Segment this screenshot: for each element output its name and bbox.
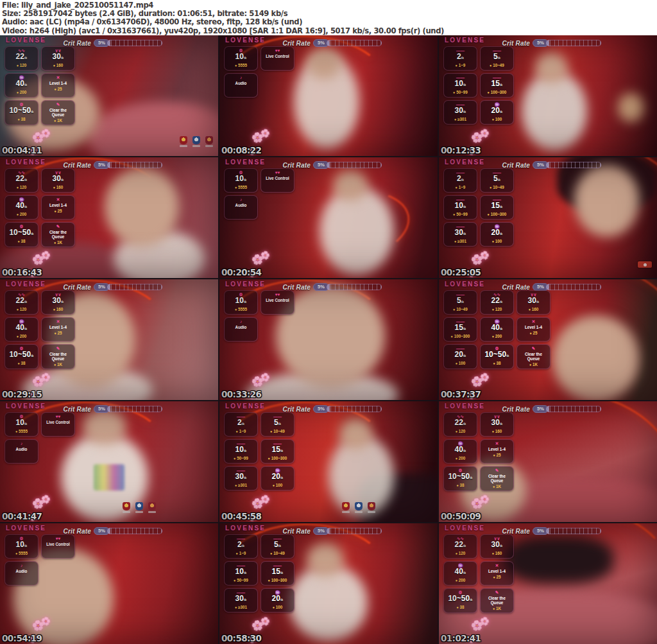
face-shape [307, 48, 341, 79]
tip-count: ● 1~9 [456, 185, 466, 190]
tip-menu-panel: ――2tk● 1~9――5tk● 10~49――10tk● 50~99――15t… [443, 168, 514, 247]
tip-menu-cell: ✎Clear the Queue● 1K [480, 466, 514, 491]
tip-menu-cell: ✎Clear the Queue● 1K [516, 344, 550, 369]
tip-action-label: Level 1-4 [488, 569, 506, 573]
tip-count: ● 5555 [235, 185, 247, 190]
crit-rate-label: Crit Rate [502, 40, 530, 47]
tip-count: ● 25 [54, 87, 62, 92]
figure-shape [522, 71, 587, 151]
token-unit: tk [24, 327, 27, 331]
token-unit: tk [61, 300, 64, 304]
token-unit: tk [244, 300, 246, 304]
face-shape [552, 315, 640, 400]
video-thumbnail: LOVENSE Crit Rate 5% ∿∿22tk● 120∨∨30tk● … [0, 157, 218, 278]
timestamp-label: 00:04:11 [2, 145, 42, 155]
tip-action-label: Level 1-4 [525, 325, 542, 329]
tip-count: ● 160 [492, 429, 502, 434]
tip-menu-cell: ♥♥Live Control [41, 412, 75, 437]
tip-amount: 30tk [455, 229, 466, 238]
tip-action-label: Audio [235, 325, 247, 329]
tip-menu-cell: ∨∨30tk● 160 [480, 534, 514, 559]
tip-amount: 22tk [455, 419, 466, 428]
token-unit: tk [24, 56, 27, 60]
tip-action-label: Level 1-4 [488, 447, 506, 451]
tip-amount: 10~50tk [9, 107, 33, 116]
tip-count: ● 25 [493, 575, 500, 580]
tip-menu-cell: ――5tk● 10~49 [480, 46, 514, 71]
token-unit: tk [500, 327, 502, 331]
rank-badge-icon [135, 502, 143, 514]
tip-menu-cell: ✎Clear the Queue● 1K [480, 588, 514, 613]
tip-menu-cell: ♥♥Live Control [260, 168, 294, 193]
timestamp-label: 00:16:43 [2, 267, 42, 277]
tip-cell-icon: ♥♥ [56, 536, 61, 541]
tip-amount: 20tk [491, 107, 503, 116]
tip-count: ● 120 [17, 307, 27, 312]
crit-rate-widget: Crit Rate 5% [283, 527, 382, 535]
crit-rate-progress-bar [546, 528, 601, 534]
tip-amount: 10~50tk [484, 351, 509, 360]
tip-amount: 10tk [235, 446, 247, 455]
face-shape [339, 418, 372, 449]
tip-menu-cell: ⚙10tk● 5555 [4, 412, 38, 437]
crit-rate-label: Crit Rate [64, 284, 91, 291]
tip-menu-panel: ∿∿22tk● 120∨∨30tk● 160♒40tk● 200✕Level 1… [4, 290, 75, 369]
crit-rate-label: Crit Rate [502, 284, 530, 291]
tip-menu-cell: ⚙10~50tk● 38 [4, 100, 38, 125]
tip-count: ● 120 [456, 551, 466, 556]
tip-count: ● 120 [492, 307, 502, 312]
token-unit: tk [31, 110, 33, 114]
tip-amount: 10tk [235, 53, 247, 62]
tip-menu-cell: ∿∿22tk● 120 [4, 290, 38, 315]
tip-amount: 10~50tk [448, 595, 472, 604]
token-unit: tk [244, 476, 246, 480]
tip-menu-cell: ∿∿22tk● 120 [480, 290, 514, 315]
token-unit: tk [500, 300, 502, 304]
tip-action-label: Level 1-4 [49, 325, 67, 329]
tip-menu-cell: ――15tk● 100~300 [443, 317, 477, 342]
token-unit: tk [31, 354, 33, 358]
face-shape [535, 52, 568, 83]
crit-rate-widget: Crit Rate 5% [502, 39, 601, 47]
thumbnail-grid: LOVENSE Crit Rate 5% ∿∿22tk● 120∨∨30tk● … [0, 35, 657, 644]
video-thumbnail: LOVENSE Crit Rate 5% ⚙10tk● 5555♥♥Live C… [219, 157, 438, 278]
tip-menu-cell: ∿∿22tk● 120 [443, 534, 477, 559]
tip-count: ● 200 [17, 90, 27, 95]
tip-cell-icon: ✕ [56, 75, 60, 80]
tip-amount: 2tk [237, 419, 244, 428]
tip-action-label: Live Control [46, 420, 70, 424]
token-unit: tk [24, 83, 27, 87]
tip-menu-cell: ――15tk● 100~300 [480, 73, 514, 98]
timestamp-label: 00:08:22 [221, 145, 261, 155]
tip-action-label: Clear the Queue [43, 108, 73, 117]
tip-menu-cell: ∿∿22tk● 120 [443, 412, 477, 437]
tip-amount: 30tk [491, 541, 503, 550]
timestamp-label: 00:25:05 [441, 267, 481, 277]
tip-count: ● 5555 [15, 429, 28, 434]
token-unit: tk [463, 571, 466, 575]
crit-rate-widget: Crit Rate 5% [502, 161, 601, 169]
tip-menu-cell: ♪Audio [224, 73, 258, 98]
token-unit: tk [461, 56, 464, 60]
tip-count: ● 200 [456, 456, 466, 461]
tip-cell-icon: ♥♥ [275, 292, 280, 297]
token-unit: tk [463, 544, 466, 548]
rank-badges-cluster [122, 502, 156, 514]
tip-amount: 10tk [455, 202, 466, 211]
lovense-logo: LOVENSE [225, 159, 266, 166]
tip-menu-cell: ✕Level 1-4● 25 [480, 561, 514, 586]
tip-cell-icon: ✎ [495, 468, 499, 473]
token-unit: tk [470, 598, 472, 602]
crit-rate-label: Crit Rate [64, 406, 91, 413]
tip-amount: 20tk [455, 351, 466, 360]
tip-amount: 40tk [16, 80, 28, 89]
crit-rate-widget: Crit Rate 5% [502, 405, 601, 413]
token-unit: tk [280, 476, 283, 480]
tip-menu-cell: ♒20tk● 100 [480, 100, 514, 125]
tip-menu-cell: ♪Audio [224, 317, 258, 342]
lovense-logo: LOVENSE [445, 159, 485, 166]
token-unit: tk [244, 178, 246, 182]
tip-count: ● 25 [493, 453, 500, 458]
tip-cell-icon: ✎ [532, 346, 535, 351]
tip-menu-cell: ✕Level 1-4● 25 [516, 317, 550, 342]
